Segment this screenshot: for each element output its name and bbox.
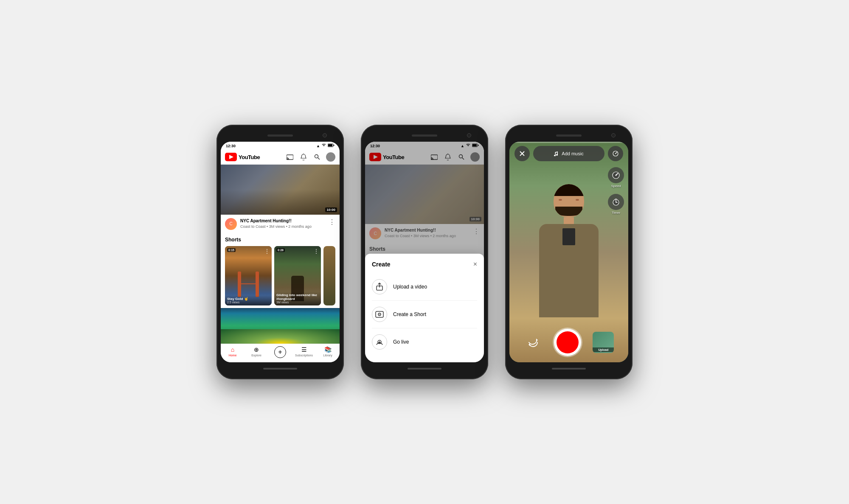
wifi-icon [321, 143, 326, 148]
subscriptions-icon: ☰ [301, 346, 307, 353]
nav-subs-label: Subscriptions [295, 354, 313, 357]
person-eye-left [559, 199, 562, 201]
timer-side-btn[interactable]: Timer [608, 194, 624, 215]
create-short-icon [372, 307, 387, 322]
create-button-1[interactable]: + [274, 346, 286, 358]
svg-point-19 [379, 314, 380, 315]
explore-icon: ⊕ [254, 346, 259, 353]
short-card-3-partial [323, 246, 335, 305]
signal-icon: ▲ [316, 144, 320, 148]
go-live-label: Go live [393, 339, 409, 345]
short-info-1: Stay Gold 🤘 2.5 views [225, 295, 272, 305]
phone-2: 12:30 ▲ YouTube [361, 125, 488, 379]
flip-camera-button[interactable] [524, 333, 543, 352]
channel-avatar-1: C [225, 218, 237, 230]
nav-explore-1[interactable]: ⊕ Explore [245, 346, 268, 359]
short-name-2: Gliding into weekend like #longboard [276, 293, 319, 301]
short-menu-1[interactable]: ⋮ [264, 248, 270, 254]
short-info-2: Gliding into weekend like #longboard 3M … [274, 291, 321, 305]
phone-2-top [365, 131, 484, 140]
landscape-thumb-1[interactable] [221, 308, 340, 344]
phone-1-bottom [221, 364, 340, 373]
camera-screen: Add music Speed [509, 142, 628, 362]
short-thumb-1: 0:15 ⋮ Stay Gold 🤘 2.5 views [225, 246, 272, 305]
short-menu-2[interactable]: ⋮ [314, 248, 319, 254]
svg-rect-2 [334, 145, 335, 146]
video-thumb-1[interactable]: 10:00 [221, 165, 340, 215]
home-indicator-2 [408, 368, 441, 370]
speed-label: Speed [611, 184, 621, 188]
phone-1-screen: 12:30 ▲ YouTube [221, 142, 340, 362]
speed-side-btn[interactable]: Speed [608, 167, 624, 188]
svg-line-7 [318, 158, 320, 160]
phone-1: 12:30 ▲ YouTube [216, 125, 344, 379]
video-meta-1: Coast to Coast • 3M views • 2 months ago [240, 224, 323, 229]
timer-icon [608, 194, 624, 210]
modal-close-button[interactable]: × [473, 260, 477, 268]
shorts-section-1: Shorts 0:15 [221, 233, 340, 308]
home-indicator-3 [552, 368, 586, 370]
phone-3-camera-dot [611, 133, 616, 137]
nav-create-1[interactable]: + [268, 346, 292, 359]
camera-close-button[interactable] [514, 146, 530, 161]
phone-1-top [221, 131, 340, 140]
person-eye-right [576, 199, 579, 201]
phone-2-screen: 12:30 ▲ YouTube [365, 142, 484, 362]
video-duration-1: 10:00 [325, 207, 337, 212]
create-modal: Create × Upload a video Create a Short [365, 254, 484, 362]
avatar-1[interactable] [326, 152, 335, 162]
video-title-1: NYC Apartment Hunting!! [240, 218, 323, 224]
add-music-button[interactable]: Add music [533, 146, 604, 161]
short-thumb-2: 0:28 ⋮ Gliding into weekend like #longbo… [274, 246, 321, 305]
battery-icon [328, 143, 335, 148]
bell-button-1[interactable] [299, 152, 308, 162]
camera-bottom-controls: Upload [509, 329, 628, 356]
short-card-1[interactable]: 0:15 ⋮ Stay Gold 🤘 2.5 views [225, 246, 272, 305]
speed-icon [608, 167, 624, 183]
speed-button[interactable] [608, 146, 623, 161]
upload-video-item[interactable]: Upload a video [372, 273, 477, 301]
create-short-item[interactable]: Create a Short [372, 301, 477, 328]
go-live-item[interactable]: Go live [372, 328, 477, 356]
create-short-label: Create a Short [393, 311, 426, 317]
svg-rect-1 [328, 144, 332, 146]
svg-marker-32 [529, 343, 530, 346]
phone-3-screen: Add music Speed [509, 142, 628, 362]
svg-point-6 [315, 155, 318, 158]
cast-button-1[interactable] [285, 152, 295, 162]
nav-home-1[interactable]: ⌂ Home [221, 346, 245, 359]
nav-home-label: Home [229, 354, 237, 357]
search-button-1[interactable] [312, 152, 322, 162]
phone-3-bottom [509, 364, 628, 373]
svg-point-27 [616, 175, 617, 176]
upload-label: Upload [593, 347, 614, 352]
yt-logo-1: YouTube [225, 153, 285, 161]
camera-right-controls: Speed Timer [608, 167, 624, 215]
upload-button[interactable]: Upload [593, 332, 614, 353]
video-info-row-1: C NYC Apartment Hunting!! Coast to Coast… [221, 215, 340, 233]
home-icon: ⌂ [231, 346, 234, 353]
yt-header-icons-1 [285, 152, 335, 162]
nav-subs-1[interactable]: ☰ Subscriptions [292, 346, 316, 359]
camera-progress-bar [509, 142, 628, 143]
person-head [554, 184, 584, 217]
person-body [539, 224, 599, 317]
svg-point-21 [379, 342, 380, 343]
shorts-title-1: Shorts [225, 237, 335, 243]
status-time-1: 12:30 [226, 144, 236, 148]
shorts-row-1: 0:15 ⋮ Stay Gold 🤘 2.5 views [225, 246, 335, 305]
video-text-1: NYC Apartment Hunting!! Coast to Coast •… [240, 218, 323, 229]
phone-speaker [267, 134, 293, 137]
phone-3-top [509, 131, 628, 140]
short-card-2[interactable]: 0:28 ⋮ Gliding into weekend like #longbo… [274, 246, 321, 305]
short-views-1: 2.5 views [227, 301, 270, 304]
phone-3: Add music Speed [505, 125, 633, 379]
person-neck [564, 217, 574, 224]
nav-library-1[interactable]: 📚 Library [316, 346, 340, 359]
record-button[interactable] [554, 329, 581, 356]
person-silhouette [531, 184, 607, 328]
status-icons-1: ▲ [316, 143, 335, 148]
camera-top-controls: Add music [509, 142, 628, 165]
yt-header-1: YouTube [221, 150, 340, 165]
video-menu-1[interactable]: ⋮ [327, 218, 335, 226]
